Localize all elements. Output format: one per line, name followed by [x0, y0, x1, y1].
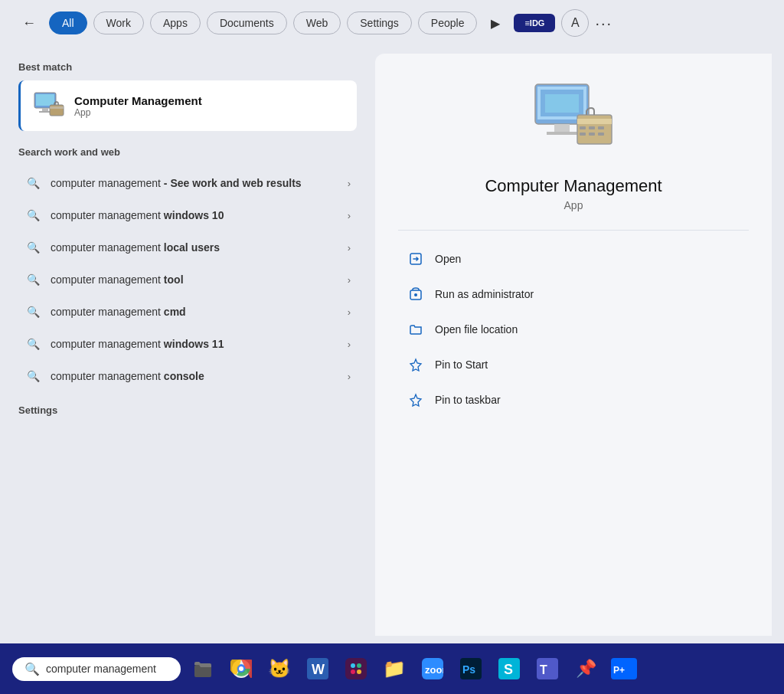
svg-rect-19 — [598, 133, 604, 136]
svg-text:Ps: Ps — [462, 663, 475, 676]
search-box[interactable]: 🔍 computer management — [12, 657, 181, 681]
idg-button[interactable]: ≡IDG — [514, 14, 555, 32]
search-box-text: computer management — [46, 663, 156, 675]
svg-point-27 — [239, 666, 243, 671]
open-file-loc-icon — [407, 321, 424, 338]
filter-pill-documents[interactable]: Documents — [207, 11, 287, 34]
avatar-button[interactable]: A — [561, 9, 589, 37]
back-button[interactable]: ← — [15, 9, 43, 37]
main-content: Best match — [0, 46, 784, 643]
action-pin-start-label: Pin to Start — [435, 358, 488, 371]
search-icon-4: 🔍 — [24, 271, 41, 288]
pin-taskbar-icon — [407, 391, 424, 408]
action-run-admin[interactable]: Run as administrator — [398, 278, 749, 310]
svg-text:W: W — [312, 662, 325, 677]
more-filters-button[interactable]: ▶ — [483, 11, 508, 35]
avatar-letter: A — [571, 16, 580, 30]
search-icon-3: 🔍 — [24, 239, 41, 256]
search-icon-6: 🔍 — [24, 336, 41, 352]
taskbar-sticky[interactable]: 📌 — [570, 653, 602, 685]
suggestion-item-4[interactable]: 🔍 computer management tool › — [18, 264, 357, 296]
search-icon-2: 🔍 — [24, 207, 41, 224]
right-panel: Computer Management App Open — [375, 54, 772, 636]
svg-rect-15 — [589, 126, 595, 129]
svg-point-34 — [357, 669, 361, 674]
suggestion-item-5[interactable]: 🔍 computer management cmd › — [18, 296, 357, 328]
taskbar-chrome[interactable] — [225, 653, 257, 685]
filter-pill-work[interactable]: Work — [93, 11, 144, 34]
action-list: Open Run as administrator — [398, 243, 749, 416]
app-preview-icon — [528, 77, 619, 161]
taskbar-file-explorer[interactable] — [187, 653, 219, 685]
suggestion-text-1: computer management - See work and web r… — [51, 177, 302, 189]
chevron-right-7: › — [348, 371, 351, 382]
taskbar-slack[interactable] — [340, 653, 372, 685]
open-icon — [407, 250, 424, 267]
search-icon-5: 🔍 — [24, 303, 41, 320]
search-box-icon: 🔍 — [24, 662, 40, 676]
svg-rect-2 — [42, 108, 48, 111]
svg-point-32 — [357, 663, 361, 668]
chevron-right-1: › — [348, 178, 351, 189]
filter-pill-people[interactable]: People — [418, 11, 478, 34]
suggestion-item-6[interactable]: 🔍 computer management windows 11 › — [18, 328, 357, 360]
suggestion-item-2[interactable]: 🔍 computer management windows 10 › — [18, 199, 357, 231]
taskbar-files[interactable]: 📁 — [378, 653, 410, 685]
best-match-text: Computer Management App — [74, 94, 202, 118]
search-panel: ← All Work Apps Documents Web Settings P… — [0, 0, 784, 643]
search-icon-1: 🔍 — [24, 175, 41, 192]
pin-start-icon — [407, 356, 424, 373]
action-open[interactable]: Open — [398, 243, 749, 275]
svg-rect-30 — [345, 658, 367, 679]
taskbar-zoom[interactable]: zoom — [416, 653, 449, 685]
best-match-item[interactable]: Computer Management App — [18, 80, 357, 131]
svg-rect-17 — [580, 133, 586, 136]
app-icon — [33, 90, 65, 122]
filter-pill-web[interactable]: Web — [293, 11, 341, 34]
taskbar-paramount[interactable]: P+ — [608, 653, 640, 685]
svg-text:S: S — [504, 662, 513, 677]
svg-rect-13 — [577, 119, 612, 124]
svg-rect-5 — [50, 106, 64, 109]
taskbar-photoshop[interactable]: Ps — [455, 653, 487, 685]
action-pin-taskbar[interactable]: Pin to taskbar — [398, 384, 749, 416]
chevron-right-6: › — [348, 339, 351, 350]
taskbar-teams[interactable]: T — [531, 653, 564, 685]
chevron-right-3: › — [348, 242, 351, 254]
taskbar-game[interactable]: 🐱 — [263, 653, 296, 685]
zoom-icon: zoom — [422, 658, 443, 679]
run-admin-icon — [407, 286, 424, 303]
action-open-file-loc-label: Open file location — [435, 323, 518, 336]
filter-pill-settings[interactable]: Settings — [347, 11, 412, 34]
svg-rect-18 — [589, 133, 595, 136]
best-match-app-type: App — [74, 107, 202, 118]
action-pin-start[interactable]: Pin to Start — [398, 349, 749, 381]
suggestion-item-3[interactable]: 🔍 computer management local users › — [18, 231, 357, 264]
left-panel: Best match — [0, 46, 375, 643]
filter-pill-apps[interactable]: Apps — [150, 11, 201, 34]
slack-icon — [345, 658, 367, 679]
svg-point-31 — [351, 663, 355, 668]
chevron-right-4: › — [348, 274, 351, 286]
app-preview-name: Computer Management — [485, 176, 662, 196]
settings-section-label: Settings — [18, 404, 357, 416]
taskbar-s-app[interactable]: S — [493, 653, 525, 685]
actions-divider — [398, 230, 749, 231]
idg-label: ≡IDG — [524, 18, 544, 28]
chevron-right-2: › — [348, 210, 351, 221]
taskbar-word[interactable]: W — [302, 653, 334, 685]
more-options-button[interactable]: ··· — [595, 15, 612, 32]
filter-pill-all[interactable]: All — [49, 11, 87, 34]
suggestion-text-3: computer management local users — [51, 241, 220, 254]
taskbar: 🔍 computer management 🐱 W — [0, 643, 784, 694]
teams-icon: T — [537, 658, 558, 679]
chevron-right-5: › — [348, 306, 351, 318]
action-open-file-loc[interactable]: Open file location — [398, 313, 749, 345]
suggestion-text-5: computer management cmd — [51, 306, 186, 318]
search-work-web-label: Search work and web — [18, 146, 357, 158]
computer-mgmt-icon-large — [531, 80, 616, 157]
suggestion-item-1[interactable]: 🔍 computer management - See work and web… — [18, 167, 357, 199]
search-icon-7: 🔍 — [24, 368, 41, 385]
suggestion-text-4: computer management tool — [51, 273, 184, 286]
suggestion-item-7[interactable]: 🔍 computer management console › — [18, 360, 357, 392]
